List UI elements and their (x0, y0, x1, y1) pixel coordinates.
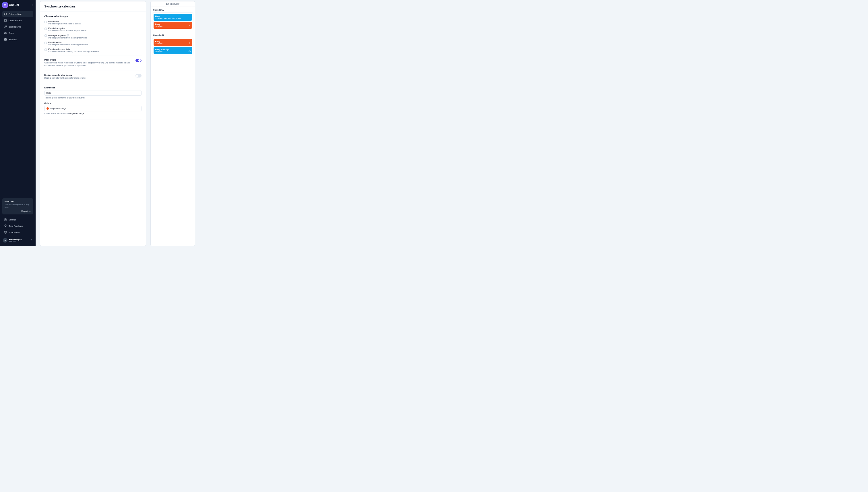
gift-icon (4, 38, 7, 41)
svg-point-12 (31, 241, 31, 241)
checkbox[interactable] (45, 34, 47, 37)
check-event-titles[interactable]: Event titles Include original event titl… (45, 20, 142, 25)
check-label: Event description (49, 27, 142, 29)
check-label: Event participants (49, 34, 66, 36)
event-subtitle: 10:00 AM (155, 43, 190, 45)
logo-badge-icon: 01 (2, 2, 8, 8)
svg-rect-17 (189, 43, 190, 44)
svg-rect-0 (4, 20, 7, 22)
event-titles-label: Event titles (45, 87, 142, 89)
checkbox[interactable] (45, 42, 47, 44)
disable-reminders-label: Disable reminders for clones (45, 74, 132, 76)
svg-rect-16 (189, 26, 190, 27)
chevron-left-icon (31, 4, 33, 6)
colors-hint: Cloned events will be colored Tangerine/… (45, 113, 142, 115)
event-title: Busy (155, 41, 190, 43)
color-select[interactable]: Tangerine/Orange (45, 106, 142, 112)
sidebar-item-label: What's new? (8, 231, 20, 233)
check-event-participants[interactable]: Event participants Include participants … (45, 34, 142, 39)
check-desc: Include original event titles to clones (49, 23, 142, 25)
calendar-a-label: Calendar A (151, 7, 195, 13)
info-icon[interactable] (67, 34, 69, 36)
sidebar-collapse-button[interactable] (31, 4, 33, 7)
lightbulb-icon (4, 224, 7, 227)
event-card: Busy 11:00 AM (154, 22, 192, 29)
calendar-b-label: Calendar B (151, 32, 195, 38)
colors-label: Colors (45, 102, 142, 104)
event-title-input[interactable] (45, 90, 142, 96)
sidebar-item-label: Referrals (8, 39, 17, 41)
lock-icon (189, 25, 191, 28)
gear-icon (4, 218, 7, 221)
sidebar-item-referrals[interactable]: Referrals (2, 36, 33, 42)
event-card: Daily Standup 11:00 AM (154, 47, 192, 54)
event-title: Busy (155, 23, 190, 25)
help-icon (4, 231, 7, 233)
sidebar-item-label: Settings (8, 219, 16, 221)
sidebar-item-label: Send Feedback (8, 225, 23, 227)
users-icon (4, 31, 7, 34)
calendar-b-group: Busy 10:00 AM Daily Standup 11:00 AM (152, 38, 194, 55)
calendar-a-group: Gym 10:00 AM · Flex Gym on 16th Ave Busy… (152, 13, 194, 30)
user-menu-button[interactable] (30, 239, 33, 242)
event-card: Busy 10:00 AM (154, 39, 192, 46)
color-swatch-icon (47, 107, 49, 109)
check-desc: Include description from the original ev… (49, 29, 142, 31)
user-menu[interactable]: E Eraldo Forgoli Free Trial (2, 237, 33, 244)
mark-private-toggle[interactable] (135, 59, 142, 62)
check-event-conference[interactable]: Event conference data Include conference… (45, 48, 142, 52)
svg-point-7 (5, 219, 6, 220)
check-label: Event titles (49, 20, 142, 22)
sidebar-item-settings[interactable]: Settings (2, 217, 33, 222)
disable-reminders-toggle[interactable] (135, 74, 142, 77)
mark-private-label: Mark private (45, 59, 132, 61)
sync-icon (4, 13, 7, 16)
event-card: Gym 10:00 AM · Flex Gym on 16th Ave (154, 14, 192, 21)
trial-card: Free Trial Your free trial expires on 21… (2, 198, 33, 215)
mark-private-desc: Cloned events will be marked as private … (45, 62, 132, 67)
app-logo[interactable]: 01 OneCal (2, 2, 19, 8)
sidebar-item-label: Booking Links (8, 26, 21, 28)
checkbox[interactable] (45, 21, 47, 23)
event-subtitle: 11:00 AM (155, 26, 190, 27)
chevron-updown-icon (138, 107, 140, 109)
checkbox[interactable] (45, 49, 47, 51)
event-subtitle: 10:00 AM · Flex Gym on 16th Ave (155, 18, 190, 19)
sidebar-item-whats-new[interactable]: What's new? (2, 229, 33, 235)
svg-point-4 (5, 32, 5, 33)
svg-point-11 (31, 240, 31, 240)
sidebar-item-calendar-sync[interactable]: Calendar Sync (2, 11, 33, 17)
event-title: Daily Standup (155, 49, 190, 51)
sidebar-item-booking-links[interactable]: Booking Links (2, 24, 33, 29)
calendar-icon (4, 19, 7, 22)
check-desc: Include participants from the original e… (49, 37, 142, 39)
sidebar-item-send-feedback[interactable]: Send Feedback (2, 223, 33, 229)
link-icon (4, 25, 7, 28)
check-desc: Include conference meeting links from th… (49, 51, 142, 52)
lock-icon (189, 43, 191, 45)
event-title-hint: This will appear as the title of your cl… (45, 97, 142, 99)
trial-title: Free Trial (5, 201, 31, 203)
logo-text: OneCal (9, 3, 19, 7)
upgrade-link[interactable]: Upgrade → (5, 210, 31, 212)
sidebar-item-label: Calendar View (8, 20, 22, 22)
preview-header: SYNC PREVIEW (151, 1, 195, 7)
event-title: Gym (155, 15, 190, 17)
check-event-location[interactable]: Event location Include physical location… (45, 41, 142, 46)
user-name: Eraldo Forgoli (9, 239, 29, 241)
check-event-description[interactable]: Event description Include description fr… (45, 27, 142, 31)
color-select-value: Tangerine/Orange (50, 107, 66, 109)
avatar: E (3, 238, 7, 243)
sidebar-item-calendar-view[interactable]: Calendar View (2, 18, 33, 23)
choose-what-title: Choose what to sync (45, 15, 142, 18)
check-desc: Include physical location from original … (49, 44, 142, 46)
video-icon (189, 50, 191, 52)
user-plan: Free Trial (9, 241, 29, 242)
sidebar-item-team[interactable]: Team (2, 30, 33, 36)
checkbox[interactable] (45, 28, 47, 30)
kebab-icon (30, 239, 33, 241)
check-label: Event conference data (49, 48, 142, 50)
sidebar-item-label: Team (8, 32, 14, 34)
page-title: Synchronize calendars (45, 5, 142, 8)
sidebar-item-label: Calendar Sync (8, 13, 22, 15)
